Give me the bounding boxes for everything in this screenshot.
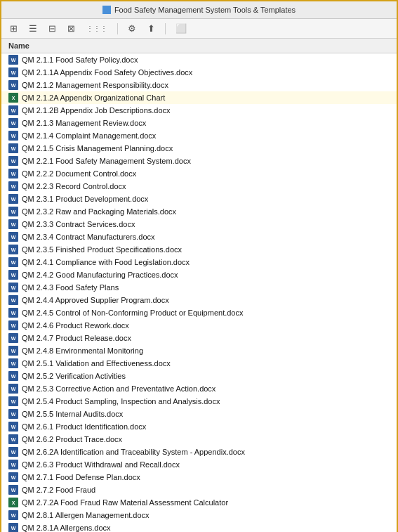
file-list[interactable]: WQM 2.1.1 Food Safety Policy.docxWQM 2.1… <box>1 53 397 532</box>
word-icon: W <box>8 358 18 368</box>
list-item[interactable]: XQM 2.7.2A Food Fraud Raw Material Asses… <box>1 496 397 509</box>
settings-button[interactable]: ⚙ <box>125 22 139 35</box>
list-item[interactable]: WQM 2.1.1A Appendix Food Safety Objectiv… <box>1 66 397 79</box>
grid-view-button[interactable]: ⊞ <box>7 22 20 35</box>
toolbar: ⊞ ☰ ⊟ ⊠ ⋮⋮⋮ ⚙ ⬆ ⬜ <box>1 19 397 39</box>
word-icon: W <box>8 396 18 406</box>
file-name-label: QM 2.3.2 Raw and Packaging Materials.doc… <box>22 207 176 216</box>
file-name-label: QM 2.6.2A Identification and Traceabilit… <box>22 448 245 456</box>
word-icon: W <box>8 105 18 115</box>
list-item[interactable]: WQM 2.1.2B Appendix Job Descriptions.doc… <box>1 104 397 117</box>
file-name-label: QM 2.6.2 Product Trace.docx <box>22 435 122 443</box>
word-icon: W <box>8 283 18 292</box>
list-view-button[interactable]: ☰ <box>26 22 40 35</box>
word-icon: W <box>8 156 18 166</box>
word-icon: W <box>8 447 18 457</box>
word-icon: W <box>8 384 18 394</box>
word-icon: W <box>8 434 18 444</box>
gallery-view-button[interactable]: ⊠ <box>65 22 78 35</box>
word-icon: W <box>8 181 18 191</box>
word-icon: W <box>8 118 18 128</box>
word-icon: W <box>8 295 18 305</box>
list-item[interactable]: WQM 2.6.2 Product Trace.docx <box>1 433 397 446</box>
word-icon: W <box>8 232 18 242</box>
list-item[interactable]: WQM 2.5.5 Internal Audits.docx <box>1 408 397 420</box>
file-name-label: QM 2.7.1 Food Defense Plan.docx <box>22 473 140 481</box>
excel-icon: X <box>8 498 18 507</box>
file-name-label: QM 2.5.4 Product Sampling, Inspection an… <box>22 397 220 406</box>
column-header: Name <box>1 39 397 53</box>
file-name-label: QM 2.4.5 Control of Non-Conforming Produ… <box>22 309 243 317</box>
list-item[interactable]: WQM 2.4.5 Control of Non-Conforming Prod… <box>1 306 397 319</box>
list-item[interactable]: WQM 2.4.8 Environmental Monitoring <box>1 344 397 357</box>
file-name-label: QM 2.4.7 Product Release.docx <box>22 334 131 342</box>
file-name-label: QM 2.4.4 Approved Supplier Program.docx <box>22 296 169 304</box>
list-item[interactable]: WQM 2.4.6 Product Rework.docx <box>1 319 397 332</box>
list-item[interactable]: WQM 2.1.4 Complaint Management.docx <box>1 129 397 142</box>
list-item[interactable]: WQM 2.1.2 Management Responsibility.docx <box>1 79 397 91</box>
list-item[interactable]: WQM 2.1.1 Food Safety Policy.docx <box>1 53 397 66</box>
file-name-label: QM 2.3.3 Contract Services.docx <box>22 220 135 228</box>
list-item[interactable]: WQM 2.4.3 Food Safety Plans <box>1 281 397 294</box>
upload-button[interactable]: ⬆ <box>145 22 158 35</box>
file-name-label: QM 2.1.2A Appendix Organizational Chart <box>22 93 165 102</box>
list-item[interactable]: WQM 2.8.1 Allergen Management.docx <box>1 509 397 521</box>
list-item[interactable]: WQM 2.2.3 Record Control.docx <box>1 180 397 193</box>
list-item[interactable]: WQM 2.6.2A Identification and Traceabili… <box>1 446 397 458</box>
file-name-label: QM 2.1.1 Food Safety Policy.docx <box>22 56 138 64</box>
excel-icon: X <box>8 93 18 103</box>
list-item[interactable]: XQM 2.1.2A Appendix Organizational Chart <box>1 91 397 104</box>
word-icon: W <box>8 55 18 65</box>
toolbar-separator-1 <box>117 23 118 34</box>
file-name-label: QM 2.4.1 Compliance with Food Legislatio… <box>22 258 190 266</box>
list-item[interactable]: WQM 2.4.4 Approved Supplier Program.docx <box>1 294 397 306</box>
file-name-label: QM 2.4.6 Product Rework.docx <box>22 321 129 330</box>
list-item[interactable]: WQM 2.5.1 Validation and Effectiveness.d… <box>1 357 397 370</box>
list-item[interactable]: WQM 2.5.3 Corrective Action and Preventa… <box>1 382 397 395</box>
word-icon: W <box>8 472 18 482</box>
word-icon: W <box>8 67 18 77</box>
list-item[interactable]: WQM 2.4.7 Product Release.docx <box>1 332 397 344</box>
column-view-button[interactable]: ⊟ <box>46 22 59 35</box>
list-item[interactable]: WQM 2.3.4 Contract Manufacturers.docx <box>1 231 397 243</box>
list-item[interactable]: WQM 2.1.3 Management Review.docx <box>1 117 397 129</box>
file-name-label: QM 2.5.2 Verification Activities <box>22 372 126 380</box>
file-name-label: QM 2.5.1 Validation and Effectiveness.do… <box>22 359 171 368</box>
list-item[interactable]: WQM 2.5.2 Verification Activities <box>1 370 397 382</box>
list-item[interactable]: WQM 2.2.2 Document Control.docx <box>1 167 397 180</box>
file-name-label: QM 2.2.1 Food Safety Management System.d… <box>22 157 191 165</box>
word-icon: W <box>8 207 18 216</box>
list-item[interactable]: WQM 2.6.1 Product Identification.docx <box>1 420 397 433</box>
list-item[interactable]: WQM 2.3.1 Product Development.docx <box>1 193 397 205</box>
title-bar-text: Food Safety Management System Tools & Te… <box>102 6 296 14</box>
file-name-label: QM 2.7.2A Food Fraud Raw Material Assess… <box>22 498 228 507</box>
file-name-label: QM 2.1.3 Management Review.docx <box>22 119 146 127</box>
folder-icon <box>102 6 111 14</box>
list-item[interactable]: WQM 2.5.4 Product Sampling, Inspection a… <box>1 395 397 408</box>
file-name-label: QM 2.7.2 Food Fraud <box>22 486 95 494</box>
list-item[interactable]: WQM 2.1.5 Crisis Management Planning.doc… <box>1 142 397 155</box>
word-icon: W <box>8 270 18 280</box>
list-item[interactable]: WQM 2.7.1 Food Defense Plan.docx <box>1 471 397 484</box>
list-item[interactable]: WQM 2.3.5 Finished Product Specification… <box>1 243 397 256</box>
file-name-label: QM 2.4.2 Good Manufacturing Practices.do… <box>22 271 178 279</box>
file-name-label: QM 2.1.5 Crisis Management Planning.docx <box>22 144 173 153</box>
list-item[interactable]: WQM 2.8.1A Allergens.docx <box>1 521 397 532</box>
list-item[interactable]: WQM 2.4.1 Compliance with Food Legislati… <box>1 256 397 268</box>
list-item[interactable]: WQM 2.2.1 Food Safety Management System.… <box>1 155 397 167</box>
list-item[interactable]: WQM 2.6.3 Product Withdrawal and Recall.… <box>1 458 397 471</box>
word-icon: W <box>8 131 18 141</box>
word-icon: W <box>8 371 18 381</box>
title-bar: Food Safety Management System Tools & Te… <box>1 1 397 19</box>
file-name-label: QM 2.3.4 Contract Manufacturers.docx <box>22 233 155 241</box>
file-name-label: QM 2.4.3 Food Safety Plans <box>22 283 119 292</box>
arrange-button[interactable]: ⬜ <box>173 22 190 35</box>
file-name-label: QM 2.1.1A Appendix Food Safety Objective… <box>22 68 192 77</box>
list-item[interactable]: WQM 2.3.3 Contract Services.docx <box>1 218 397 231</box>
more-view-button[interactable]: ⋮⋮⋮ <box>84 23 110 34</box>
word-icon: W <box>8 460 18 469</box>
word-icon: W <box>8 219 18 229</box>
list-item[interactable]: WQM 2.4.2 Good Manufacturing Practices.d… <box>1 268 397 281</box>
list-item[interactable]: WQM 2.3.2 Raw and Packaging Materials.do… <box>1 205 397 218</box>
list-item[interactable]: WQM 2.7.2 Food Fraud <box>1 484 397 496</box>
